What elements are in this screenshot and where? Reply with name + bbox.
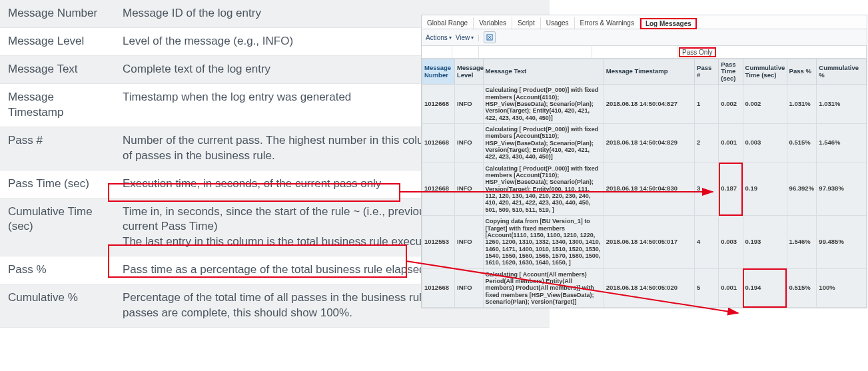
def-term: Message Level [0, 27, 115, 55]
filter-msg-level[interactable] [452, 46, 478, 57]
table-row[interactable]: 1012553INFOCopying data from [BU Version… [422, 216, 867, 268]
def-term: Message Text [0, 55, 115, 83]
tab-script[interactable]: Script [512, 17, 541, 29]
table-row[interactable]: 1012668INFOCalculating [ Account(All mem… [422, 268, 867, 308]
panel-toolbar: Actions▾ View▾ | [422, 29, 867, 46]
col-pass-pct[interactable]: Pass % [787, 59, 817, 85]
table-row[interactable]: 1012668INFOCalculating [ Product(P_000)]… [422, 124, 867, 163]
col-msg-ts[interactable]: Message Timestamp [604, 59, 694, 85]
tab-errors[interactable]: Errors & Warnings [575, 17, 640, 29]
actions-menu[interactable]: Actions▾ [426, 34, 452, 41]
def-term: Cumulative % [0, 284, 115, 328]
view-menu[interactable]: View▾ [456, 34, 474, 41]
chevron-down-icon: ▾ [449, 35, 452, 41]
log-grid: Message Number Message Level Message Tex… [422, 59, 867, 308]
tab-variables[interactable]: Variables [474, 17, 512, 29]
detach-icon[interactable] [484, 31, 496, 43]
tab-global-range[interactable]: Global Range [422, 17, 474, 29]
def-term: Message Timestamp [0, 83, 115, 127]
def-term: Message Number [0, 0, 115, 27]
tab-log-messages[interactable]: Log Messages [640, 18, 697, 29]
col-pass-time[interactable]: Pass Time (sec) [719, 59, 743, 85]
def-term: Pass Time (sec) [0, 170, 115, 198]
table-row[interactable]: 1012668INFOCalculating [ Product(P_000)]… [422, 85, 867, 124]
def-term: Pass % [0, 256, 115, 284]
panel-tabs: Global Range Variables Script Usages Err… [422, 15, 867, 29]
table-row[interactable]: 1012668INFOCalculating [ Product(P_000)]… [422, 163, 867, 215]
col-msg-text[interactable]: Message Text [483, 59, 604, 85]
def-term: Pass # [0, 127, 115, 170]
chevron-down-icon: ▾ [471, 35, 474, 41]
col-msg-level[interactable]: Message Level [455, 59, 484, 85]
tab-usages[interactable]: Usages [541, 17, 575, 29]
filter-row: Pass Only [422, 46, 867, 59]
pass-only-label: Pass Only [679, 47, 716, 57]
log-panel: Global Range Variables Script Usages Err… [421, 15, 867, 308]
col-cum-pct[interactable]: Cummulative % [817, 59, 867, 85]
def-term: Cumulative Time (sec) [0, 198, 115, 256]
col-pass-num[interactable]: Pass # [695, 59, 719, 85]
filter-msg-number[interactable] [422, 46, 452, 57]
col-msg-number[interactable]: Message Number [422, 59, 455, 85]
col-cum-time[interactable]: Cummulative Time (sec) [743, 59, 787, 85]
